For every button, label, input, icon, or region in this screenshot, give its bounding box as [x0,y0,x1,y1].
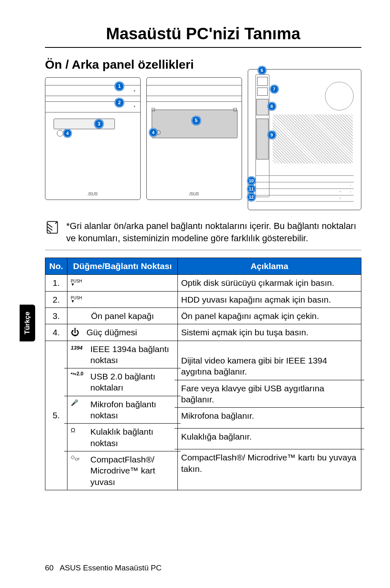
front-panel-1: ▾ ▾ 1 2 3 4 /SUS [45,77,141,200]
table-row: 4. ⏻ Güç düğmesi Sistemi açmak için bu t… [45,324,361,341]
note-block: *Gri alanlar ön/arka panel bağlantı nokt… [45,220,361,250]
callout-1: 1 [115,82,124,91]
callout-4b: 4 [149,128,157,137]
callout-4a: 4 [63,129,72,137]
push-icon: PUSH▼ [71,279,82,286]
push-icon: PUSH▼ [71,296,82,303]
table-row: 3. Ön panel kapağı Ön panel kapağını açm… [45,307,361,324]
page-title: Masaüstü PC'nizi Tanıma [45,25,361,48]
callout-9: 9 [268,131,276,139]
panel-diagrams: ▾ ▾ 1 2 3 4 /SUS 5 4 /SUS [45,77,361,210]
back-panel: ◦ ÷◦ ÷ 6 7 8 9 10 11 12 [248,69,362,210]
power-icon: ⏻ [71,328,79,337]
callout-10: 10 [247,177,256,185]
callout-6: 6 [258,66,266,74]
callout-11: 11 [247,185,256,193]
features-table: No. Düğme/Bağlantı Noktası Açıklama 1. P… [45,258,361,490]
callout-7: 7 [270,85,278,93]
asus-logo-2: /SUS [189,191,199,196]
th-desc: Açıklama [178,258,361,275]
cf-icon: ◇CF [71,454,88,462]
callout-5: 5 [192,116,201,125]
usb-icon: •⇋2.0 [71,371,88,377]
headphone-icon: Ω [71,426,88,434]
page-footer: 60 ASUS Essentio Masaüstü PC [45,563,161,572]
language-tab: Türkçe [20,305,35,341]
th-btn: Düğme/Bağlantı Noktası [67,258,178,275]
callout-8: 8 [268,102,276,110]
th-no: No. [45,258,67,275]
ieee1394-icon: 1394 [71,343,88,352]
callout-12: 12 [247,193,256,201]
callout-2: 2 [115,98,124,107]
mic-icon: 🎤 [71,399,88,407]
table-row: 2. PUSH▼ HDD yuvası kapağını açmak için … [45,291,361,307]
note-icon [45,220,60,235]
front-panel-2: 5 4 /SUS [146,77,242,200]
callout-3: 3 [94,119,103,128]
note-text: *Gri alanlar ön/arka panel bağlantı nokt… [66,220,361,244]
table-row: 1. PUSH▼ Optik disk sürücüyü çıkarmak iç… [45,275,361,291]
table-row: 5. 1394IEEE 1394a bağlantı noktası •⇋2.0… [45,341,361,490]
asus-logo: /SUS [88,191,98,196]
